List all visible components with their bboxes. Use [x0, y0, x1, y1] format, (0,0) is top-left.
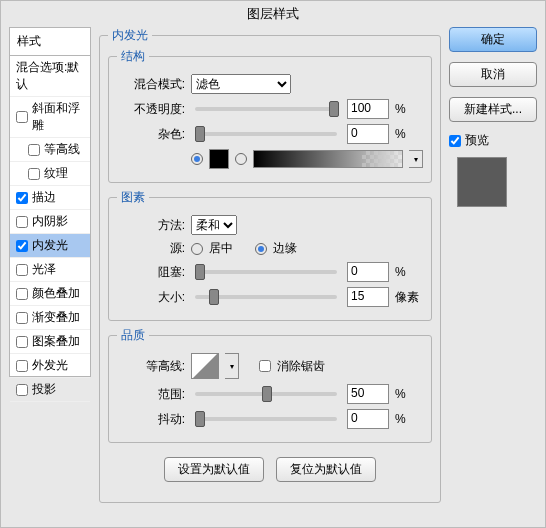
color-swatch[interactable]	[209, 149, 229, 169]
opacity-label: 不透明度:	[117, 101, 185, 118]
noise-label: 杂色:	[117, 126, 185, 143]
quality-group: 品质 等高线: ▾ 消除锯齿 范围: 50 %	[108, 327, 432, 443]
style-item[interactable]: 描边	[10, 186, 90, 210]
style-item-checkbox[interactable]	[16, 384, 28, 396]
contour-picker[interactable]	[191, 353, 219, 379]
style-item[interactable]: 等高线	[10, 138, 90, 162]
reset-default-button[interactable]: 复位为默认值	[276, 457, 376, 482]
range-slider[interactable]	[195, 392, 337, 396]
choke-slider[interactable]	[195, 270, 337, 274]
range-input[interactable]: 50	[347, 384, 389, 404]
structure-group: 结构 混合模式: 滤色 不透明度: 100 % 杂色:	[108, 48, 432, 183]
style-item-label: 图案叠加	[32, 333, 80, 350]
noise-input[interactable]: 0	[347, 124, 389, 144]
gradient-radio[interactable]	[235, 153, 247, 165]
style-item-checkbox[interactable]	[16, 240, 28, 252]
cancel-button[interactable]: 取消	[449, 62, 537, 87]
style-item-label: 颜色叠加	[32, 285, 80, 302]
gradient-dropdown-icon[interactable]: ▾	[409, 150, 423, 168]
antialias-label: 消除锯齿	[277, 358, 325, 375]
opacity-unit: %	[395, 102, 423, 116]
styles-list: 样式 混合选项:默认 斜面和浮雕等高线纹理描边内阴影内发光光泽颜色叠加渐变叠加图…	[9, 27, 91, 377]
style-item-checkbox[interactable]	[16, 336, 28, 348]
method-select[interactable]: 柔和	[191, 215, 237, 235]
structure-legend: 结构	[117, 48, 149, 65]
jitter-unit: %	[395, 412, 423, 426]
style-item-checkbox[interactable]	[28, 168, 40, 180]
method-label: 方法:	[117, 217, 185, 234]
style-item-checkbox[interactable]	[16, 360, 28, 372]
color-radio[interactable]	[191, 153, 203, 165]
blend-mode-select[interactable]: 滤色	[191, 74, 291, 94]
style-item[interactable]: 投影	[10, 378, 90, 402]
source-label: 源:	[117, 240, 185, 257]
blend-mode-label: 混合模式:	[117, 76, 185, 93]
source-edge-label: 边缘	[273, 240, 297, 257]
ok-button[interactable]: 确定	[449, 27, 537, 52]
style-item[interactable]: 颜色叠加	[10, 282, 90, 306]
noise-unit: %	[395, 127, 423, 141]
range-label: 范围:	[117, 386, 185, 403]
style-item[interactable]: 纹理	[10, 162, 90, 186]
jitter-slider[interactable]	[195, 417, 337, 421]
layer-style-dialog: 图层样式 样式 混合选项:默认 斜面和浮雕等高线纹理描边内阴影内发光光泽颜色叠加…	[0, 0, 546, 528]
size-slider[interactable]	[195, 295, 337, 299]
style-item-checkbox[interactable]	[16, 264, 28, 276]
style-item-label: 内发光	[32, 237, 68, 254]
range-unit: %	[395, 387, 423, 401]
jitter-input[interactable]: 0	[347, 409, 389, 429]
style-item-label: 外发光	[32, 357, 68, 374]
style-item-label: 投影	[32, 381, 56, 398]
contour-dropdown-icon[interactable]: ▾	[225, 353, 239, 379]
source-center-label: 居中	[209, 240, 233, 257]
style-item-checkbox[interactable]	[16, 192, 28, 204]
settings-panel: 内发光 结构 混合模式: 滤色 不透明度: 100 %	[99, 27, 441, 527]
preview-swatch	[457, 157, 507, 207]
set-default-button[interactable]: 设置为默认值	[164, 457, 264, 482]
contour-label: 等高线:	[117, 358, 185, 375]
size-unit: 像素	[395, 289, 423, 306]
blend-options-default[interactable]: 混合选项:默认	[10, 56, 90, 97]
source-edge-radio[interactable]	[255, 243, 267, 255]
elements-legend: 图素	[117, 189, 149, 206]
style-item-checkbox[interactable]	[16, 216, 28, 228]
source-center-radio[interactable]	[191, 243, 203, 255]
style-item-label: 纹理	[44, 165, 68, 182]
preview-label: 预览	[465, 132, 489, 149]
style-item-label: 光泽	[32, 261, 56, 278]
style-item-label: 内阴影	[32, 213, 68, 230]
elements-group: 图素 方法: 柔和 源: 居中 边缘	[108, 189, 432, 321]
style-item[interactable]: 渐变叠加	[10, 306, 90, 330]
style-item-checkbox[interactable]	[28, 144, 40, 156]
style-item-label: 等高线	[44, 141, 80, 158]
opacity-input[interactable]: 100	[347, 99, 389, 119]
style-item-checkbox[interactable]	[16, 312, 28, 324]
dialog-title: 图层样式	[1, 1, 545, 27]
styles-header[interactable]: 样式	[10, 28, 90, 56]
style-item-label: 斜面和浮雕	[32, 100, 84, 134]
new-style-button[interactable]: 新建样式...	[449, 97, 537, 122]
noise-slider[interactable]	[195, 132, 337, 136]
quality-legend: 品质	[117, 327, 149, 344]
style-item-label: 描边	[32, 189, 56, 206]
gradient-picker[interactable]	[253, 150, 403, 168]
style-item[interactable]: 外发光	[10, 354, 90, 378]
style-item-checkbox[interactable]	[16, 111, 28, 123]
choke-label: 阻塞:	[117, 264, 185, 281]
choke-unit: %	[395, 265, 423, 279]
style-item[interactable]: 光泽	[10, 258, 90, 282]
choke-input[interactable]: 0	[347, 262, 389, 282]
style-item[interactable]: 图案叠加	[10, 330, 90, 354]
panel-title: 内发光	[108, 27, 152, 44]
right-buttons: 确定 取消 新建样式... 预览	[449, 27, 537, 527]
antialias-checkbox[interactable]	[259, 360, 271, 372]
jitter-label: 抖动:	[117, 411, 185, 428]
style-item-checkbox[interactable]	[16, 288, 28, 300]
style-item[interactable]: 内发光	[10, 234, 90, 258]
size-label: 大小:	[117, 289, 185, 306]
style-item[interactable]: 内阴影	[10, 210, 90, 234]
size-input[interactable]: 15	[347, 287, 389, 307]
preview-checkbox[interactable]	[449, 135, 461, 147]
opacity-slider[interactable]	[195, 107, 337, 111]
style-item[interactable]: 斜面和浮雕	[10, 97, 90, 138]
